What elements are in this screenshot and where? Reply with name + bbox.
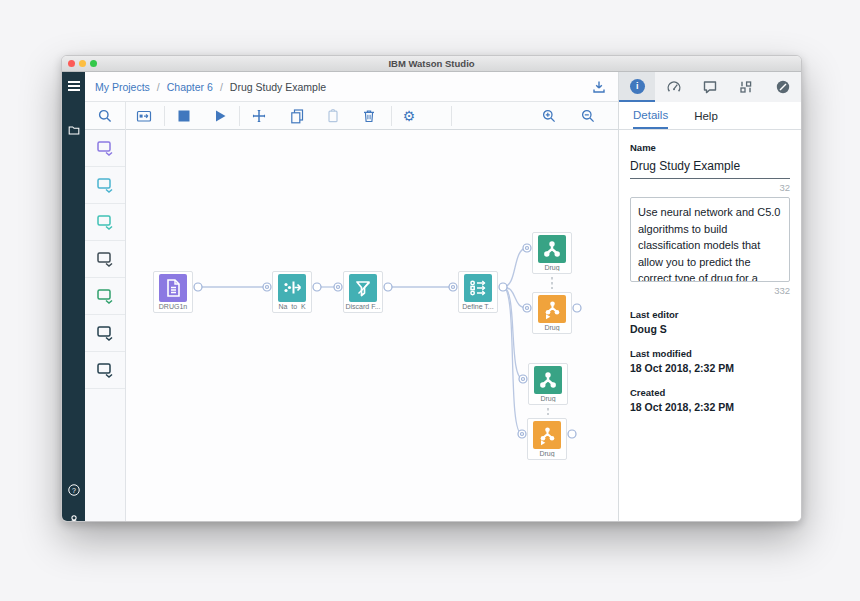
flow-node-drug4[interactable]: Drug — [527, 418, 567, 460]
tab-binary-data[interactable] — [728, 72, 764, 102]
palette-category-modeling[interactable] — [85, 278, 125, 315]
tab-details[interactable]: Details — [633, 102, 668, 129]
tree_play-node-icon — [533, 421, 561, 449]
description-char-count: 332 — [630, 285, 790, 296]
panel-icon-strip: i — [619, 72, 801, 102]
node-label: Drug — [529, 395, 567, 402]
type-node-icon — [464, 274, 492, 302]
profile-icon[interactable] — [62, 510, 85, 522]
flow-canvas[interactable]: DRUG1nNa_to_KDiscard F...Define T...Drug… — [126, 130, 618, 521]
breadcrumb-chapter[interactable]: Chapter 6 — [167, 81, 213, 93]
filter-node-icon — [349, 274, 377, 302]
zoom-out-icon[interactable] — [580, 108, 596, 124]
last-editor-label: Last editor — [630, 309, 790, 320]
node-label: Discard F... — [344, 303, 382, 310]
name-char-count: 32 — [630, 182, 790, 193]
name-label: Name — [630, 142, 790, 153]
palette-category-field-ops[interactable] — [85, 204, 125, 241]
app-window: IBM Watson Studio ? My Projects / Chapte… — [61, 55, 802, 522]
project-folder-icon[interactable] — [62, 120, 85, 140]
palette-toggle-icon[interactable] — [136, 108, 152, 124]
palette-category-outputs[interactable] — [85, 315, 125, 352]
palette-category-graphs[interactable] — [85, 241, 125, 278]
node-label: Define T... — [459, 303, 497, 310]
gauge-icon — [666, 79, 682, 95]
compass-icon — [775, 79, 791, 95]
palette-search-cell — [85, 102, 126, 130]
flow-node-drug2[interactable]: Drug — [532, 292, 572, 334]
breadcrumb: My Projects / Chapter 6 / Drug Study Exa… — [85, 81, 326, 93]
breadcrumb-my-projects[interactable]: My Projects — [95, 81, 150, 93]
palette-category-record-ops[interactable] — [85, 167, 125, 204]
last-modified-label: Last modified — [630, 348, 790, 359]
add-node-icon[interactable] — [251, 108, 267, 124]
derive-node-icon — [278, 274, 306, 302]
info-icon: i — [630, 79, 645, 94]
flow-toolbar: ⚙ — [85, 102, 618, 130]
flow-node-drug1[interactable]: Drug — [532, 232, 572, 274]
breadcrumb-bar: My Projects / Chapter 6 / Drug Study Exa… — [85, 72, 618, 102]
window-title: IBM Watson Studio — [62, 58, 801, 69]
search-icon[interactable] — [97, 108, 113, 124]
tree-node-icon — [538, 235, 566, 263]
tab-explore[interactable] — [765, 72, 801, 102]
palette-category-import[interactable] — [85, 130, 125, 167]
left-nav-rail: ? — [62, 72, 85, 521]
details-form: Name Drug Study Example 32 Use neural ne… — [619, 130, 801, 521]
svg-text:?: ? — [72, 487, 76, 494]
flow-node-discard[interactable]: Discard F... — [343, 271, 383, 313]
flow-node-na_to_k[interactable]: Na_to_K — [272, 271, 312, 313]
paste-icon[interactable] — [325, 108, 341, 124]
flow-node-define[interactable]: Define T... — [458, 271, 498, 313]
last-editor-value: Doug S — [630, 323, 790, 335]
created-label: Created — [630, 387, 790, 398]
description-textarea[interactable]: Use neural network and C5.0 algorithms t… — [630, 197, 790, 282]
breadcrumb-separator: / — [157, 81, 160, 93]
breadcrumb-current-page: Drug Study Example — [230, 81, 326, 93]
hamburger-menu-icon[interactable] — [62, 76, 85, 96]
stop-button[interactable] — [176, 108, 192, 124]
tab-help[interactable]: Help — [694, 102, 718, 129]
details-panel: i Details Help Name Drug Study Example 3… — [618, 72, 801, 521]
run-button[interactable] — [212, 108, 228, 124]
binary-grid-icon — [738, 79, 754, 95]
tree_play-node-icon — [538, 295, 566, 323]
macos-titlebar: IBM Watson Studio — [62, 56, 801, 72]
copy-icon[interactable] — [289, 108, 305, 124]
palette-category-export[interactable] — [85, 352, 125, 389]
settings-gear-icon[interactable]: ⚙ — [401, 108, 417, 124]
node-label: Drug — [528, 450, 566, 457]
breadcrumb-separator: / — [220, 81, 223, 93]
flow-node-drug3[interactable]: Drug — [528, 363, 568, 405]
zoom-in-icon[interactable] — [541, 108, 557, 124]
last-modified-value: 18 Oct 2018, 2:32 PM — [630, 362, 790, 374]
node-palette — [85, 130, 126, 521]
panel-tabs: Details Help — [619, 102, 801, 130]
help-icon[interactable]: ? — [62, 480, 85, 500]
node-label: Drug — [533, 324, 571, 331]
tree-node-icon — [534, 366, 562, 394]
flow-node-drug1n[interactable]: DRUG1n — [153, 271, 193, 313]
node-label: Drug — [533, 264, 571, 271]
node-label: Na_to_K — [273, 303, 311, 310]
tab-info[interactable]: i — [619, 72, 655, 102]
comments-icon — [702, 79, 718, 95]
name-input[interactable]: Drug Study Example — [630, 159, 790, 179]
created-value: 18 Oct 2018, 2:32 PM — [630, 401, 790, 413]
tab-runs[interactable] — [655, 72, 691, 102]
node-label: DRUG1n — [154, 303, 192, 310]
doc-node-icon — [159, 274, 187, 302]
tab-comments[interactable] — [692, 72, 728, 102]
delete-icon[interactable] — [361, 108, 377, 124]
download-icon[interactable] — [591, 79, 607, 95]
